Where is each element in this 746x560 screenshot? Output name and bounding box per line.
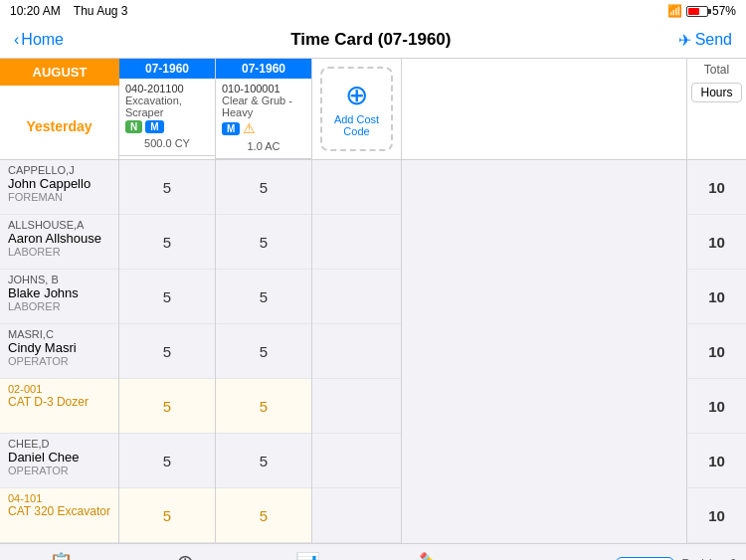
cost-code-id-2: 07-1960 [216,59,311,79]
battery-percent: 57% [712,4,736,18]
crew-entry-chee: CHEE,D Daniel Chee OPERATOR [0,434,118,488]
add-icon: ⊕ [176,550,194,561]
content-area: CAPPELLO,J John Cappello FOREMAN ALLSHOU… [0,160,746,543]
toolbar-sign[interactable]: ✏️ Sign [369,551,492,561]
hours-cell-allshouse-1[interactable]: 5 [119,215,215,270]
crew-name-chee: Daniel Chee [8,450,110,465]
add-cost-code-button[interactable]: ⊕ Add Cost Code [320,67,393,151]
total-masri: 10 [687,324,746,379]
hours-cell-excavator-2[interactable]: 5 [216,488,311,543]
badge-m2: M [222,122,240,135]
hours-cell-johns-1[interactable]: 5 [119,270,215,324]
total-chee: 10 [687,434,746,488]
hours-col-2: 5 5 5 5 5 5 5 [216,160,312,543]
crew-last-chee: CHEE,D [8,438,110,450]
total-hours-button[interactable]: Hours [691,83,742,102]
hours-spacer [402,160,686,543]
crew-role-chee: OPERATOR [8,465,110,476]
hours-cell-allshouse-2[interactable]: 5 [216,215,311,270]
crew-name-johns: Blake Johns [8,285,110,300]
hours-cell-cappello-2[interactable]: 5 [216,160,311,215]
header-row: August 2 Yesterday 07-1960 040-201100 Ex… [0,59,746,160]
battery-icon [686,6,708,17]
status-bar: 10:20 AM Thu Aug 3 📶 57% [0,0,746,22]
plus-circle-icon: ⊕ [345,82,368,109]
toolbar-copy[interactable]: 📋 Copy/Pull Info [0,551,123,561]
crew-role-johns: LABORER [8,300,110,312]
total-col-data: 10 10 10 10 10 10 10 [686,160,746,543]
total-johns: 10 [687,270,746,324]
chevron-left-icon: ‹ [14,31,19,49]
crew-role-masri: OPERATOR [8,355,110,367]
hours-cell-dozer-2[interactable]: 5 [216,379,311,434]
badge-n: N [125,120,142,133]
cost-code-info-2: 010-100001 Clear & Grub - Heavy M ⚠ 1.0 … [216,79,311,159]
add-cost-label: Add Cost Code [326,113,387,137]
cost-code-id-1: 07-1960 [119,59,215,79]
add-col-spacer [312,160,402,543]
hours-cell-excavator-1[interactable]: 5 [119,488,215,543]
crew-last-johns: JOHNS, B [8,274,110,285]
cost-code-col-1[interactable]: 07-1960 040-201100 Excavation, Scraper N… [119,59,216,159]
crew-entry-excavator: 04-101 CAT 320 Excavator [0,488,118,543]
revision-info: Revision: 6 ✓ Sent [682,557,736,561]
cost-code-info-1: 040-201100 Excavation, Scraper N M 500.0… [119,79,215,156]
hours-cell-cappello-1[interactable]: 5 [119,160,215,215]
hours-col-1: 5 5 5 5 5 5 5 [119,160,216,543]
cost-code-col-2[interactable]: 07-1960 010-100001 Clear & Grub - Heavy … [216,59,312,159]
toolbar-add[interactable]: ⊕ Add/Edit [123,550,247,561]
eq-code-excavator: 04-101 [8,492,110,504]
hours-cell-johns-2[interactable]: 5 [216,270,311,324]
hours-cell-masri-1[interactable]: 5 [119,324,215,379]
status-day: Thu Aug 3 [74,4,128,18]
hours-grid: 5 5 5 5 5 5 5 5 5 5 5 5 5 5 [119,160,686,543]
add-cost-code-col[interactable]: ⊕ Add Cost Code [312,59,402,159]
copy-icon: 📋 [49,551,74,561]
nav-title: Time Card (07-1960) [290,30,451,50]
eq-code-dozer: 02-001 [8,383,110,395]
eq-name-dozer: CAT D-3 Dozer [8,395,110,409]
home-button[interactable]: ‹ Home [14,31,64,49]
hours-cell-masri-2[interactable]: 5 [216,324,311,379]
send-icon: ✈ [678,31,691,50]
toolbar-more[interactable]: ••• More [492,554,616,561]
home-label: Home [21,31,64,49]
more-icon: ••• [545,554,562,561]
crew-column: CAPPELLO,J John Cappello FOREMAN ALLSHOU… [0,160,119,543]
total-cappello: 10 [687,160,746,215]
toolbar-reports[interactable]: 📊 Reports [247,551,370,561]
hours-cell-chee-2[interactable]: 5 [216,434,311,488]
crew-entry-masri: MASRI,C Cindy Masri OPERATOR [0,324,118,379]
day-number: 2 [0,86,118,116]
header-spacer [402,59,686,159]
total-dozer: 10 [687,379,746,434]
crew-name-masri: Cindy Masri [8,340,110,355]
crew-entry-cappello: CAPPELLO,J John Cappello FOREMAN [0,160,118,215]
toolbar-right: Shift 1 Revision: 6 ✓ Sent [616,557,746,561]
total-excavator: 10 [687,488,746,543]
bottom-toolbar: 📋 Copy/Pull Info ⊕ Add/Edit 📊 Reports ✏️… [0,543,746,560]
crew-role-cappello: FOREMAN [8,191,110,203]
badge-m1: M [145,120,163,133]
crew-entry-allshouse: ALLSHOUSE,A Aaron Allshouse LABORER [0,215,118,270]
total-label: Total [687,59,746,81]
shift-button[interactable]: Shift 1 [616,557,674,561]
crew-last-cappello: CAPPELLO,J [8,164,110,176]
crew-last-masri: MASRI,C [8,328,110,340]
total-allshouse: 10 [687,215,746,270]
hours-cell-chee-1[interactable]: 5 [119,434,215,488]
month-label: August [33,65,88,80]
send-button[interactable]: ✈ Send [678,31,732,50]
reports-icon: 📊 [295,551,320,561]
sign-icon: ✏️ [419,551,444,561]
send-label: Send [695,31,732,49]
total-column-header: Total Hours [686,59,746,159]
date-column: August 2 Yesterday [0,59,119,159]
warning-icon: ⚠ [243,120,256,136]
wifi-icon: 📶 [667,4,682,18]
eq-name-excavator: CAT 320 Excavator [8,504,110,518]
yesterday-label: Yesterday [0,116,118,136]
revision-label: Revision: 6 [682,557,736,561]
month-header: August [0,59,119,86]
hours-cell-dozer-1[interactable]: 5 [119,379,215,434]
